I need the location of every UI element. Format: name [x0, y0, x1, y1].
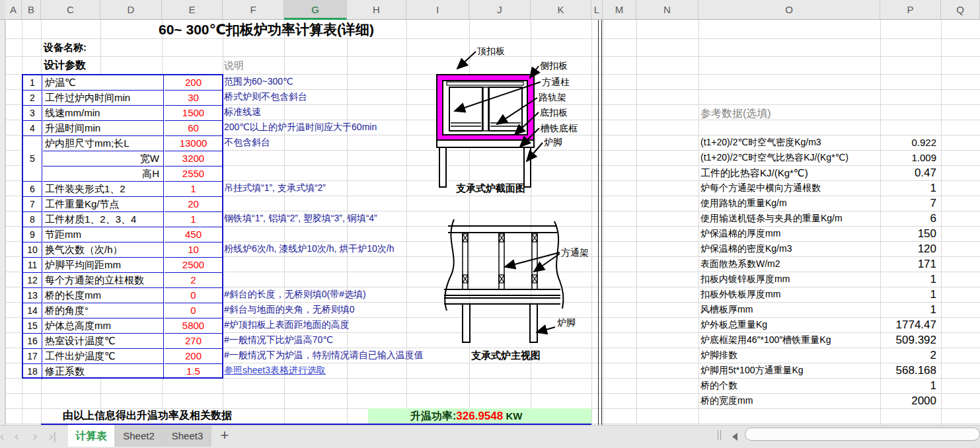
column-header-g-selected[interactable]: G — [284, 0, 347, 20]
param-label-cell[interactable]: 炉体总高度mm — [43, 318, 164, 334]
param-label-cell[interactable]: 工件材质1、2、3、4 — [43, 212, 164, 227]
column-header-c[interactable]: C — [41, 0, 100, 20]
column-header-e[interactable]: E — [162, 0, 223, 20]
next-sheet-button[interactable]: › — [33, 427, 37, 445]
param-value-cell[interactable]: 30 — [165, 91, 222, 106]
param-value-cell[interactable]: 450 — [165, 227, 222, 243]
param-label-cell[interactable]: 炉内胆尺寸mm;长L — [43, 136, 164, 151]
column-header-j[interactable]: J — [469, 0, 531, 20]
column-header-h[interactable]: H — [347, 0, 406, 20]
param-label-cell[interactable]: 宽W — [43, 151, 164, 167]
reference-value-cell[interactable]: 509.392 — [821, 332, 936, 348]
add-sheet-button[interactable]: + — [217, 425, 233, 447]
row-number: 2 — [23, 91, 42, 106]
reference-value-cell[interactable]: 0.47 — [821, 165, 936, 180]
param-label-cell[interactable]: 工件装夹形式1、2 — [43, 182, 164, 197]
reference-value-cell[interactable]: 568.168 — [821, 363, 936, 378]
param-value-cell[interactable]: 20 — [165, 197, 222, 212]
param-label-cell[interactable]: 每个方通架的立柱根数 — [43, 273, 164, 288]
tab-sheet3[interactable]: Sheet3 — [163, 425, 211, 447]
column-header-o[interactable]: O — [698, 0, 880, 20]
column-header-q[interactable]: Q — [941, 0, 980, 20]
param-value-cell[interactable]: 10 — [165, 243, 222, 258]
reference-label: 炉脚用5t*100方通重量Kg — [700, 363, 804, 378]
tab-splitter[interactable] — [720, 430, 721, 440]
param-label-cell[interactable]: 桥的长度mm — [43, 288, 164, 303]
param-value-cell[interactable]: 0 — [165, 303, 222, 318]
reference-value-cell[interactable]: 1774.47 — [821, 317, 936, 332]
description-header: 说明 — [224, 56, 244, 74]
param-description: 不包含斜台 — [224, 135, 270, 150]
param-value-cell[interactable]: 2500 — [165, 258, 222, 273]
prev-sheet-button[interactable]: ‹ — [15, 427, 19, 445]
column-header-k[interactable]: K — [531, 0, 591, 20]
column-header-p[interactable]: P — [880, 0, 941, 20]
column-header-l[interactable]: L — [591, 0, 603, 20]
row-number: 9 — [23, 227, 42, 243]
row-number: 7 — [23, 197, 42, 212]
reference-value-cell[interactable]: 1.009 — [821, 150, 936, 165]
param-value-cell[interactable]: 1.5 — [165, 364, 222, 379]
param-value-cell[interactable]: 200 — [165, 75, 222, 91]
param-value-cell[interactable]: 3200 — [165, 151, 222, 167]
param-label-cell[interactable]: 线速mm/min — [43, 106, 164, 121]
param-label-cell[interactable]: 高H — [43, 167, 164, 182]
param-label-cell[interactable]: 工件重量Kg/节点 — [43, 197, 164, 212]
param-value-cell[interactable]: 1 — [165, 182, 222, 197]
reference-value-cell[interactable]: 2 — [821, 348, 936, 363]
column-header-b[interactable]: B — [22, 0, 41, 20]
row-number: 8 — [23, 212, 42, 227]
sheet3-reference-link[interactable]: 参照sheet3表格进行选取 — [224, 363, 326, 378]
param-label-cell[interactable]: 工件过炉内时间min — [43, 91, 164, 106]
param-value-cell[interactable]: 2550 — [165, 167, 222, 182]
column-header-m[interactable]: M — [603, 0, 636, 20]
reference-value-cell[interactable]: 1 — [821, 302, 936, 317]
reference-value-cell[interactable]: 7 — [821, 196, 936, 211]
param-label-cell[interactable]: 炉脚平均间距mm — [43, 258, 164, 273]
tab-sheet2[interactable]: Sheet2 — [114, 425, 163, 447]
param-value-cell[interactable]: 1 — [165, 212, 222, 227]
reference-value-cell[interactable]: 120 — [821, 241, 936, 256]
horizontal-scrollbar-thumb[interactable] — [745, 428, 980, 441]
param-label-cell[interactable]: 换气次数（次/h） — [43, 243, 164, 258]
scroll-left-arrow[interactable] — [732, 433, 737, 441]
reference-value-cell[interactable]: 2000 — [821, 393, 936, 408]
param-label-cell[interactable]: 修正系数 — [43, 364, 164, 379]
column-header-a[interactable]: A — [5, 0, 22, 20]
tab-calc-sheet[interactable]: 计算表 — [68, 425, 114, 447]
reference-label: 炉每个方通架中横向方通根数 — [700, 180, 821, 196]
reference-value-cell[interactable]: 1 — [821, 287, 936, 302]
param-value-cell[interactable]: 0 — [165, 288, 222, 303]
column-header-d[interactable]: D — [100, 0, 162, 20]
reference-value-cell[interactable]: 1 — [821, 272, 936, 287]
reference-value-cell[interactable]: 0.922 — [821, 135, 936, 150]
param-value-cell[interactable]: 5800 — [165, 318, 222, 334]
param-label-cell[interactable]: 热室设计温度℃ — [43, 334, 164, 349]
tab-splitter[interactable] — [718, 430, 718, 440]
param-row: 炉内胆尺寸mm;长L13000 — [23, 136, 222, 151]
row-number: 18 — [23, 364, 42, 379]
reference-value-cell[interactable]: 150 — [821, 226, 936, 241]
first-sheet-button[interactable]: ‹ — [0, 427, 4, 445]
param-value-cell[interactable]: 270 — [165, 334, 222, 349]
reference-value-cell[interactable]: 1 — [821, 180, 936, 196]
param-value-cell[interactable]: 2 — [165, 273, 222, 288]
param-value-cell[interactable]: 1500 — [165, 106, 222, 121]
last-sheet-button[interactable]: ›| — [49, 427, 56, 445]
param-label-cell[interactable]: 节距mm — [43, 227, 164, 243]
reference-value-cell[interactable]: 171 — [821, 256, 936, 272]
param-label-cell[interactable]: 升温时间min — [43, 121, 164, 136]
param-value-cell[interactable]: 200 — [165, 349, 222, 364]
column-header-i[interactable]: I — [406, 0, 469, 20]
reference-label: 炉底框架用46″*100″槽铁重量Kg — [700, 332, 831, 348]
reference-value-cell[interactable]: 6 — [821, 211, 936, 226]
param-label-cell[interactable]: 炉温℃ — [43, 75, 164, 91]
reference-value-cell[interactable]: 1 — [821, 378, 936, 393]
param-label-cell[interactable]: 工件出炉温度℃ — [43, 349, 164, 364]
param-value-cell[interactable]: 13000 — [165, 136, 222, 151]
param-label-cell[interactable]: 桥的角度° — [43, 303, 164, 318]
param-value-cell[interactable]: 60 — [165, 121, 222, 136]
left-door — [449, 87, 482, 131]
column-header-n[interactable]: N — [636, 0, 698, 20]
column-header-f[interactable]: F — [223, 0, 284, 20]
